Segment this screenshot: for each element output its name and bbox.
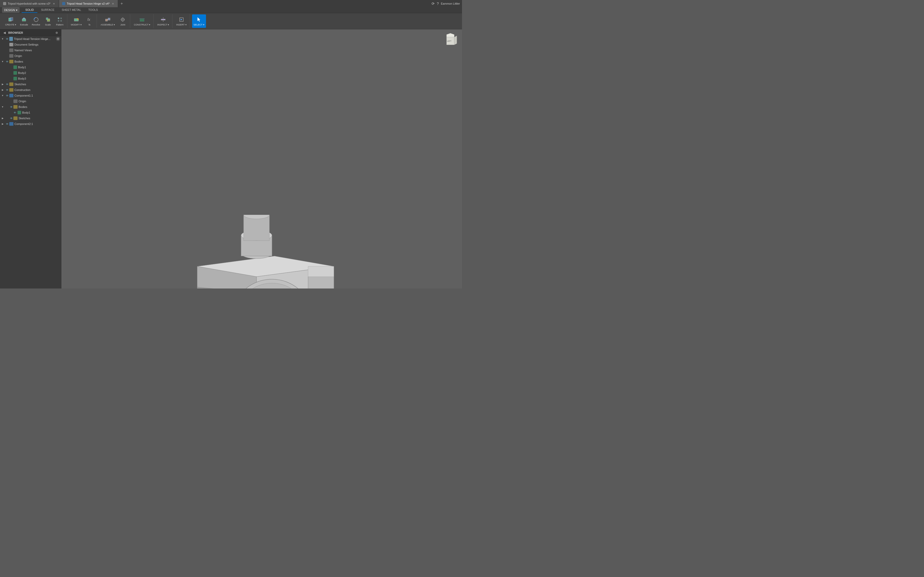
body-icon-body3: [13, 77, 17, 81]
btn-extrude[interactable]: Extrude: [18, 15, 30, 28]
toggle-component2[interactable]: ▶: [1, 122, 4, 126]
tree-item-comp1-body1[interactable]: 👁 Body1: [0, 110, 61, 115]
tree-item-bodies[interactable]: ▼ 👁 Bodies: [0, 59, 61, 64]
tab-label-2: Tripod Head Tension Hinge v2 v4*: [67, 2, 110, 5]
tree-item-doc-settings[interactable]: Document Settings: [0, 42, 61, 47]
extrude-icon: [21, 16, 27, 23]
svg-rect-14: [108, 18, 110, 20]
tree-item-component1[interactable]: ▼ 👁 Component1:1: [0, 93, 61, 98]
btn-label-select: SELECT ▾: [194, 23, 204, 26]
tab-close-1[interactable]: ✕: [52, 2, 56, 5]
tree-item-construction[interactable]: ▶ 👁 Construction: [0, 87, 61, 93]
toggle-bodies[interactable]: ▼: [1, 60, 4, 63]
btn-new-component[interactable]: CREATE ▾: [3, 15, 18, 28]
design-chevron-icon: ▾: [16, 8, 18, 12]
label-body3: Body3: [18, 77, 26, 80]
btn-inspect[interactable]: INSPECT ▾: [156, 15, 171, 28]
tree-item-comp1-origin[interactable]: Origin: [0, 98, 61, 104]
tab-surface-label: SURFACE: [41, 8, 54, 11]
tree-item-body2[interactable]: Body2: [0, 70, 61, 76]
svg-point-28: [11, 44, 11, 45]
svg-point-9: [58, 20, 59, 22]
tree-item-origin[interactable]: Origin: [0, 53, 61, 59]
toolbar-group-insert: INSERT ▾: [173, 14, 190, 28]
toggle-component1[interactable]: ▼: [1, 94, 4, 97]
eye-comp1-sketches[interactable]: 👁: [9, 116, 13, 120]
tab-close-2[interactable]: ✕: [111, 2, 115, 5]
tree-item-sketches[interactable]: ▶ 👁 Sketches: [0, 81, 61, 87]
btn-select[interactable]: SELECT ▾: [192, 15, 206, 28]
toggle-comp1-bodies[interactable]: ▼: [1, 105, 4, 108]
svg-marker-47: [446, 33, 454, 37]
eye-bodies[interactable]: 👁: [5, 60, 9, 64]
svg-marker-26: [197, 17, 200, 22]
toggle-comp1-sketches[interactable]: ▶: [1, 117, 4, 120]
eye-component1[interactable]: 👁: [5, 93, 9, 98]
eye-comp1-body1[interactable]: 👁: [13, 111, 17, 114]
btn-modify[interactable]: MODIFY ▾: [69, 15, 83, 28]
label-bodies: Bodies: [15, 60, 23, 63]
new-tab-button[interactable]: +: [118, 0, 125, 7]
tab-hinge[interactable]: Tripod Head Tension Hinge v2 v4* ✕: [59, 0, 118, 7]
btn-pattern[interactable]: Pattern: [54, 15, 66, 28]
btn-scale[interactable]: Scale: [42, 15, 53, 28]
tab-hyperboloid[interactable]: Tripod Hyperboloid with screw v3* ✕: [0, 0, 59, 7]
modify-icon: [73, 16, 79, 23]
btn-construct[interactable]: CONSTRUCT ▾: [132, 15, 152, 28]
tab-solid[interactable]: SOLID: [22, 7, 37, 13]
btn-revolve[interactable]: Revolve: [30, 15, 42, 28]
tree-item-comp1-bodies[interactable]: ▼ 👁 Bodies: [0, 104, 61, 110]
tree-item-body3[interactable]: Body3: [0, 76, 61, 81]
svg-rect-13: [105, 19, 108, 21]
eye-component2[interactable]: 👁: [5, 122, 9, 126]
folder-icon-comp1-sketches: [13, 116, 18, 120]
label-root: Tripod Head Tension Hinge...: [14, 37, 50, 40]
tree-item-body1[interactable]: Body1: [0, 64, 61, 70]
pattern-icon: [57, 16, 63, 23]
btn-insert[interactable]: INSERT ▾: [174, 15, 188, 28]
tab-sheetmetal[interactable]: SHEET METAL: [58, 7, 84, 13]
select-icon: [196, 16, 202, 23]
toggle-sketches[interactable]: ▶: [1, 83, 4, 86]
tab-solid-label: SOLID: [25, 8, 34, 11]
browser-collapse-btn[interactable]: ◀: [2, 31, 7, 35]
svg-rect-20: [140, 19, 144, 21]
user-label: Eammon Littler: [441, 2, 460, 5]
label-body1: Body1: [18, 66, 26, 69]
help-icon[interactable]: ?: [437, 2, 439, 6]
tab-tools[interactable]: TOOLS: [85, 7, 102, 13]
label-origin: Origin: [15, 54, 22, 58]
design-dropdown[interactable]: DESIGN ▾: [2, 7, 19, 13]
tab-surface[interactable]: SURFACE: [37, 7, 58, 13]
btn-label-joint2: Joint: [120, 23, 125, 26]
eye-root[interactable]: 👁: [5, 37, 9, 41]
toggle-construction[interactable]: ▶: [1, 89, 4, 92]
settings-icon-root[interactable]: ⚙: [56, 37, 60, 41]
btn-label-construct: CONSTRUCT ▾: [134, 23, 150, 26]
viewport[interactable]: LEFT: [61, 29, 462, 288]
btn-assemble[interactable]: ASSEMBLE ▾: [99, 15, 116, 28]
toggle-root[interactable]: ▼: [1, 37, 4, 40]
tree-item-named-views[interactable]: Named Views: [0, 47, 61, 53]
tree-item-comp1-sketches[interactable]: ▶ 👁 Sketches: [0, 115, 61, 121]
btn-joint2[interactable]: Joint: [117, 15, 128, 28]
eye-comp1-bodies[interactable]: 👁: [9, 105, 13, 109]
tree-item-component2[interactable]: ▶ 👁 Component2:1: [0, 121, 61, 127]
label-body2: Body2: [18, 71, 26, 74]
tree-item-root[interactable]: ▼ 👁 Tripod Head Tension Hinge... ⚙: [0, 36, 61, 42]
btn-fx[interactable]: fx fx: [84, 15, 95, 28]
folder-icon-origin: [9, 54, 13, 58]
joint2-icon: [120, 16, 126, 23]
browser-menu-btn[interactable]: ⊕: [54, 31, 59, 35]
folder-icon-named-views: [9, 48, 13, 52]
eye-construction[interactable]: 👁: [5, 88, 9, 92]
svg-rect-2: [22, 19, 26, 21]
cube-navigator[interactable]: LEFT: [441, 32, 459, 50]
view-cube-svg: LEFT: [441, 32, 459, 50]
folder-icon-bodies: [9, 60, 13, 63]
title-bar-right: ⟳ ? Eammon Littler: [431, 2, 462, 6]
body-icon-body2: [13, 71, 17, 75]
eye-sketches[interactable]: 👁: [5, 82, 9, 86]
revolve-icon: [33, 16, 39, 23]
inspect-icon: [160, 16, 166, 23]
